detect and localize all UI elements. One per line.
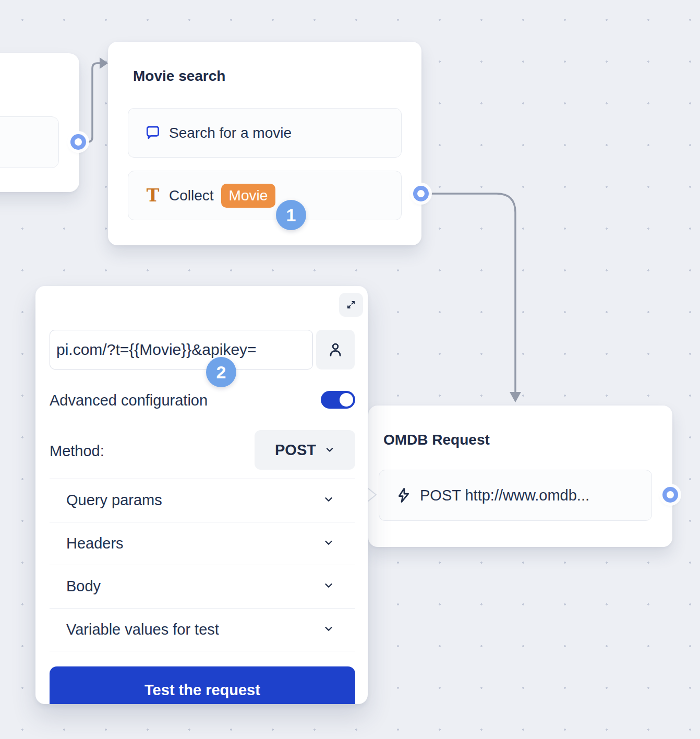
chat-bubble-icon (144, 124, 162, 142)
person-icon (327, 341, 344, 358)
expand-icon (345, 299, 357, 311)
section-body[interactable]: Body (35, 565, 368, 607)
user-variable-button[interactable] (316, 330, 355, 370)
divider (50, 651, 355, 651)
movie-search-title: Movie search (133, 68, 225, 85)
url-input[interactable] (50, 330, 313, 370)
output-port-connector[interactable] (70, 134, 86, 150)
toggle-knob (340, 393, 353, 407)
webhook-block-row[interactable]: POST http://www.omdb... (379, 470, 652, 521)
webhook-config-panel[interactable]: Advanced configuration Method: POST Quer… (35, 286, 368, 704)
variable-chip-movie[interactable]: Movie (221, 184, 276, 208)
arrowhead-right-icon (100, 57, 108, 69)
annotation-step-1: 1 (276, 200, 306, 230)
method-label: Method: (50, 440, 104, 461)
flow-canvas[interactable]: { "canvas": {"width": 1342, "height": 14… (0, 0, 700, 739)
method-value: POST (275, 442, 316, 459)
section-label: Headers (66, 533, 124, 554)
edge-into-movie-search (86, 63, 100, 142)
text-variable-icon: T (144, 187, 162, 205)
advanced-configuration-label: Advanced configuration (50, 390, 208, 411)
chevron-down-icon (323, 623, 334, 635)
collect-block-row[interactable]: T Collect Movie (128, 171, 402, 220)
test-request-button[interactable]: Test the request (50, 666, 355, 704)
chevron-down-icon (323, 580, 334, 591)
omdb-request-node[interactable]: OMDB Request POST http://www.omdb... (368, 406, 672, 547)
section-variable-values[interactable]: Variable values for test (35, 608, 368, 651)
omdb-request-title: OMDB Request (383, 432, 490, 448)
section-query-params[interactable]: Query params (35, 479, 368, 521)
arrowhead-down-icon (510, 392, 521, 402)
output-port-connector[interactable] (413, 186, 429, 201)
section-label: Variable values for test (66, 619, 219, 640)
section-label: Query params (66, 490, 162, 510)
section-headers[interactable]: Headers (35, 522, 368, 565)
chevron-down-icon (323, 537, 334, 549)
method-dropdown[interactable]: POST (255, 430, 355, 470)
partial-node-card[interactable] (0, 53, 79, 192)
edge-into-omdb-request (429, 194, 515, 393)
lightning-icon (395, 486, 413, 504)
section-label: Body (66, 576, 101, 597)
partial-node-row[interactable] (0, 116, 59, 168)
chevron-down-icon (324, 445, 335, 455)
question-block-row[interactable]: Search for a movie (128, 108, 402, 158)
advanced-configuration-toggle[interactable] (321, 391, 355, 409)
collect-block-label: Collect (169, 187, 214, 204)
movie-search-node[interactable]: Movie search Search for a movie T Collec… (108, 42, 421, 245)
webhook-block-label: POST http://www.omdb... (420, 487, 589, 504)
chevron-down-icon (323, 494, 334, 505)
question-block-label: Search for a movie (169, 125, 292, 141)
output-port-connector[interactable] (662, 487, 678, 503)
annotation-step-2: 2 (206, 357, 236, 387)
expand-button[interactable] (339, 293, 363, 317)
